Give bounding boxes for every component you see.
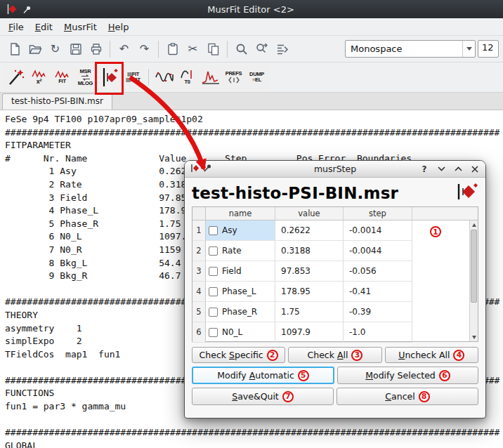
msr2data-icon[interactable]: ▤FIT ▤DAT (122, 65, 145, 91)
scrollbar-thumb[interactable] (471, 230, 477, 303)
param-name-cell[interactable]: Field (206, 261, 275, 282)
param-name: N0_L (222, 327, 242, 337)
paste-icon[interactable] (162, 39, 183, 59)
musrstep-icon[interactable] (98, 65, 121, 91)
unshade-icon[interactable] (453, 164, 463, 174)
chevron-down-icon[interactable] (462, 41, 475, 57)
toolbar-separator (227, 41, 228, 58)
toolbar-separator (148, 69, 149, 86)
musrview-icon[interactable] (152, 65, 176, 91)
dialog-body: test-histo-PSI-BIN.msr name value step 1… (185, 178, 485, 418)
save-quit-button[interactable]: Save&Quit7 (192, 388, 334, 405)
toolbar-separator (110, 41, 110, 58)
wizard-icon[interactable] (4, 65, 27, 91)
param-value-cell[interactable]: 0.3188 (275, 241, 344, 261)
param-value-cell[interactable]: 0.2622 (275, 220, 344, 241)
button-label: Check Specific (200, 350, 263, 360)
param-name-cell[interactable]: Phase_L (206, 282, 275, 302)
pin-icon[interactable] (21, 4, 32, 15)
tab-test-histo-psi-bin[interactable]: test-histo-PSI-BIN.msr (2, 93, 112, 110)
print-icon[interactable] (86, 39, 106, 59)
table-scrollbar[interactable] (469, 220, 478, 341)
new-file-icon[interactable] (4, 39, 25, 59)
undo-icon[interactable]: ↶ (114, 39, 134, 59)
musrft-icon[interactable] (199, 65, 222, 91)
modify-automatic-button[interactable]: Modify Automatic5 (192, 367, 334, 384)
param-checkbox[interactable] (209, 267, 218, 276)
column-header-filler (412, 207, 478, 220)
param-value-cell[interactable]: 178.95 (275, 282, 344, 302)
prefs-icon[interactable]: PREFS (222, 65, 245, 91)
chi2-icon[interactable]: x² (27, 65, 51, 91)
redo-icon[interactable]: ↷ (134, 39, 155, 59)
fit-icon[interactable]: FIT (51, 65, 74, 91)
check-specific-button[interactable]: Check Specific2 (192, 347, 285, 363)
dialog-titlebar[interactable]: musrStep ? (185, 161, 485, 178)
param-name-cell[interactable]: Asy (206, 220, 275, 241)
row-number: 5 (192, 302, 206, 322)
param-step-cell[interactable]: -0.0044 (344, 241, 412, 261)
param-checkbox[interactable] (209, 246, 218, 256)
shade-icon[interactable] (436, 164, 446, 174)
column-header-value[interactable]: value (275, 207, 344, 220)
cancel-button[interactable]: Cancel8 (337, 388, 478, 405)
dialog-heading: test-histo-PSI-BIN.msr (192, 184, 398, 202)
param-step-cell[interactable]: -0.056 (344, 261, 412, 282)
param-value-cell[interactable]: 1097.9 (275, 322, 344, 343)
dialog-button-row-1: Check Specific2Check All3Uncheck All4 (192, 347, 478, 363)
param-value-cell[interactable]: 97.853 (275, 261, 344, 282)
param-step-cell[interactable]: -0.41 (344, 282, 412, 302)
toolbar-separator (158, 41, 159, 58)
row-filler (412, 282, 478, 302)
column-header-name[interactable]: name (206, 207, 275, 220)
param-checkbox[interactable] (209, 328, 218, 337)
annotation-marker-8: 8 (419, 391, 430, 402)
editor-line: ########################################… (5, 426, 503, 440)
font-size-value: 12 (482, 42, 494, 53)
param-checkbox[interactable] (209, 308, 218, 317)
font-family-combobox[interactable]: Monospace (345, 40, 476, 58)
menu-help[interactable]: Help (103, 20, 135, 34)
find-icon[interactable] (231, 39, 252, 59)
t0-icon[interactable]: T0 (176, 65, 199, 91)
check-all-button[interactable]: Check All3 (288, 347, 381, 363)
musrfit-toolbar: x² FIT MSR MLOG ▤FIT ▤DAT T0 (0, 62, 503, 93)
table-corner (192, 207, 206, 220)
scroll-up-icon[interactable] (470, 220, 478, 229)
param-checkbox[interactable] (209, 226, 218, 235)
modify-selected-button[interactable]: Modify Selected6 (337, 367, 478, 384)
copy-icon[interactable] (203, 39, 223, 59)
editor-line: ########################################… (5, 126, 503, 140)
cut-icon[interactable]: ✂ (183, 39, 203, 59)
param-name-cell[interactable]: N0_L (206, 322, 275, 343)
window-titlebar[interactable]: MusrFit Editor <2> (0, 0, 503, 18)
column-header-step[interactable]: step (344, 207, 412, 220)
font-size-spinner[interactable]: 12 (478, 40, 499, 58)
reload-icon[interactable]: ↻ (45, 39, 65, 59)
help-icon[interactable]: ? (419, 164, 429, 174)
button-label: Modify Selected (365, 370, 436, 381)
param-checkbox[interactable] (209, 287, 218, 296)
goto-line-icon[interactable] (272, 39, 292, 59)
dialog-button-row-2: Modify Automatic5Modify Selected6 (192, 367, 478, 384)
uncheck-all-button[interactable]: Uncheck All4 (385, 347, 478, 363)
dump-icon[interactable]: DUMP ≡EL (245, 65, 268, 91)
open-file-icon[interactable] (25, 39, 45, 59)
find-replace-icon[interactable] (252, 39, 272, 59)
tab-label: test-histo-PSI-BIN.msr (11, 96, 103, 106)
param-value-cell[interactable]: 1.75 (275, 302, 344, 322)
param-step-cell[interactable]: -1.0 (344, 322, 412, 343)
param-name-cell[interactable]: Phase_R (206, 302, 275, 322)
param-step-cell[interactable]: -0.0014 (344, 220, 412, 241)
save-icon[interactable] (65, 39, 86, 59)
menu-file[interactable]: File (3, 20, 30, 34)
pin-icon[interactable] (203, 164, 212, 175)
param-step-cell[interactable]: -0.39 (344, 302, 412, 322)
msr-mlog-swap-icon[interactable]: MSR MLOG (74, 65, 97, 91)
param-name-cell[interactable]: Rate (206, 241, 275, 261)
menu-musrfit[interactable]: MusrFit (58, 20, 103, 34)
close-icon[interactable] (470, 164, 480, 174)
scroll-down-icon[interactable] (470, 333, 478, 341)
menu-edit[interactable]: Edit (30, 20, 58, 34)
font-family-value: Monospace (346, 44, 462, 54)
